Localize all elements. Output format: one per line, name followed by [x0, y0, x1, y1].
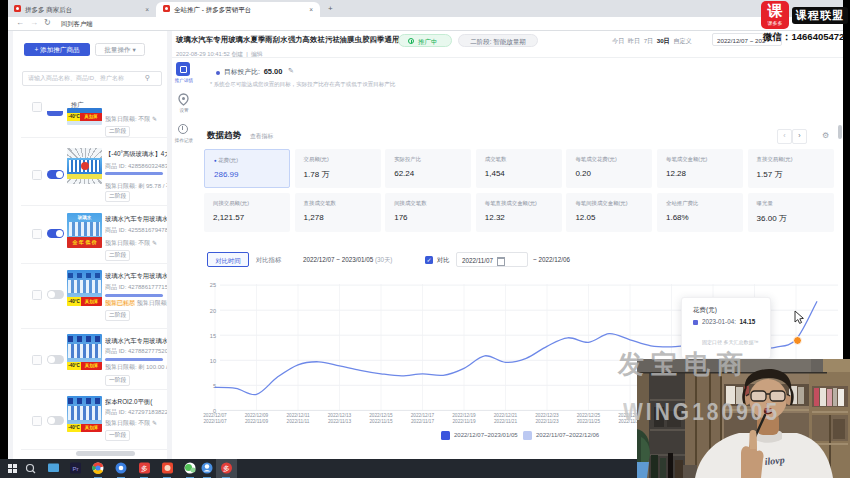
svg-text:2022/11/13: 2022/11/13: [328, 419, 352, 424]
svg-text:2022/11/23: 2022/11/23: [535, 419, 559, 424]
svg-text:10: 10: [210, 358, 216, 364]
svg-text:多: 多: [223, 465, 230, 472]
svg-text:2022/11/17: 2022/11/17: [411, 419, 435, 424]
svg-text:ilovp: ilovp: [764, 454, 785, 467]
svg-text:Pr: Pr: [73, 466, 79, 472]
svg-text:2022/12/13: 2022/12/13: [328, 413, 352, 418]
svg-text:2022/11/25: 2022/11/25: [577, 419, 601, 424]
svg-text:2022/12/15: 2022/12/15: [369, 413, 393, 418]
svg-text:2022/12/21: 2022/12/21: [494, 413, 518, 418]
svg-text:2022/12/19: 2022/12/19: [452, 413, 476, 418]
svg-text:25: 25: [210, 282, 216, 288]
svg-text:20: 20: [210, 308, 216, 314]
svg-text:2022/11/19: 2022/11/19: [452, 419, 476, 424]
svg-text:2022/12/11: 2022/12/11: [286, 413, 310, 418]
svg-text:2022/12/09: 2022/12/09: [245, 413, 269, 418]
svg-text:2022/12/07: 2022/12/07: [203, 413, 227, 418]
svg-text:2022/11/07: 2022/11/07: [203, 419, 227, 424]
svg-text:多: 多: [141, 465, 148, 472]
svg-text:2022/11/15: 2022/11/15: [369, 419, 393, 424]
svg-text:2022/11/09: 2022/11/09: [245, 419, 269, 424]
svg-text:2022/12/23: 2022/12/23: [535, 413, 559, 418]
svg-text:2022/12/25: 2022/12/25: [577, 413, 601, 418]
svg-text:2022/12/17: 2022/12/17: [411, 413, 435, 418]
svg-text:15: 15: [210, 333, 216, 339]
svg-text:2022/11/11: 2022/11/11: [287, 419, 310, 424]
svg-text:2022/11/21: 2022/11/21: [494, 419, 518, 424]
